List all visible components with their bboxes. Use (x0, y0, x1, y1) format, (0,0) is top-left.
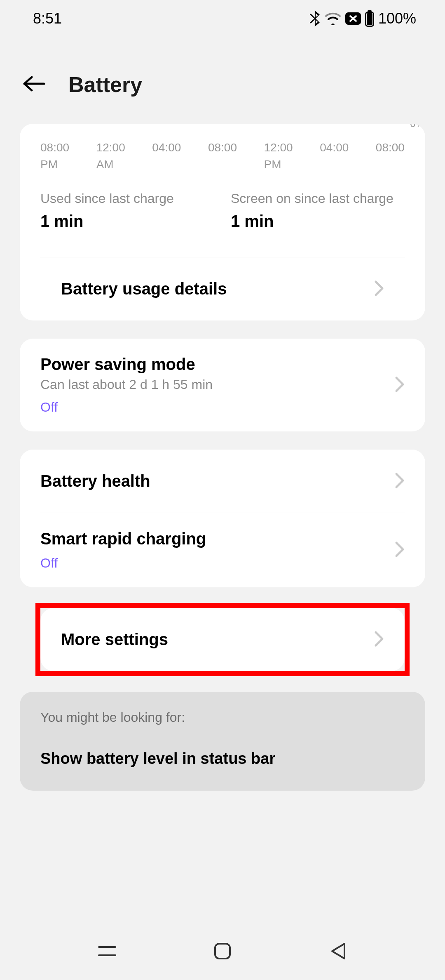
battery-health-row[interactable]: Battery health (20, 450, 425, 513)
row-title: Battery usage details (61, 280, 364, 298)
more-settings-row[interactable]: More settings (40, 608, 405, 671)
tick: 08:00 (208, 139, 237, 173)
battery-icon (365, 10, 374, 27)
more-settings-card: More settings (40, 608, 405, 671)
stat-label: Screen on since last charge (231, 191, 405, 206)
row-title: Battery health (40, 472, 385, 490)
chart-zero-label: 0% (410, 124, 424, 130)
nav-bar (0, 922, 445, 980)
row-status: Off (40, 556, 385, 571)
header: Battery (0, 37, 445, 122)
stat-screen: Screen on since last charge 1 min (231, 191, 405, 231)
tick: 12:00PM (264, 139, 293, 173)
stat-value: 1 min (40, 212, 214, 231)
battery-chart: 0% (40, 124, 405, 127)
row-status: Off (40, 400, 385, 415)
suggestion-label: You might be looking for: (40, 710, 405, 725)
chevron-right-icon (374, 280, 384, 298)
svg-rect-3 (367, 13, 372, 25)
status-right: 100% (310, 10, 416, 27)
chevron-right-icon (395, 376, 405, 394)
row-title: More settings (61, 630, 364, 649)
battery-usage-details-row[interactable]: Battery usage details (40, 257, 405, 320)
page-title: Battery (68, 72, 142, 97)
highlight-annotation: More settings (35, 603, 410, 676)
nav-recent-button[interactable] (95, 939, 119, 964)
suggestion-card: You might be looking for: Show battery l… (20, 692, 425, 791)
status-battery-pct: 100% (378, 10, 416, 27)
chevron-right-icon (374, 631, 384, 649)
tick: 12:00AM (96, 139, 125, 173)
bluetooth-icon (310, 10, 321, 27)
nav-back-button[interactable] (326, 939, 350, 964)
back-icon[interactable] (23, 75, 46, 94)
stat-label: Used since last charge (40, 191, 214, 206)
row-title: Power saving mode (40, 355, 385, 374)
svg-rect-6 (215, 944, 230, 959)
content[interactable]: 0% 08:00PM 12:00AM 04:00 08:00 12:00PM 0… (0, 124, 445, 809)
row-sub: Can last about 2 d 1 h 55 min (40, 377, 385, 392)
power-saving-card: Power saving mode Can last about 2 d 1 h… (20, 339, 425, 431)
row-title: Smart rapid charging (40, 530, 385, 548)
tick: 04:00 (152, 139, 181, 173)
tick: 08:00PM (40, 139, 69, 173)
nav-home-button[interactable] (210, 939, 235, 964)
wifi-icon (325, 12, 341, 25)
stat-used: Used since last charge 1 min (40, 191, 214, 231)
smart-rapid-charging-row[interactable]: Smart rapid charging Off (20, 513, 425, 587)
chevron-right-icon (395, 472, 405, 490)
status-bar: 8:51 100% (0, 0, 445, 37)
status-time: 8:51 (33, 10, 62, 27)
chart-x-ticks: 08:00PM 12:00AM 04:00 08:00 12:00PM 04:0… (40, 127, 405, 191)
dnd-icon (345, 12, 361, 25)
health-card: Battery health Smart rapid charging Off (20, 450, 425, 587)
stat-value: 1 min (231, 212, 405, 231)
power-saving-row[interactable]: Power saving mode Can last about 2 d 1 h… (20, 339, 425, 431)
battery-chart-card: 0% 08:00PM 12:00AM 04:00 08:00 12:00PM 0… (20, 124, 425, 320)
chevron-right-icon (395, 541, 405, 559)
battery-stats: Used since last charge 1 min Screen on s… (40, 191, 405, 257)
tick: 04:00 (320, 139, 349, 173)
tick: 08:00 (376, 139, 405, 173)
suggestion-link[interactable]: Show battery level in status bar (40, 750, 405, 768)
